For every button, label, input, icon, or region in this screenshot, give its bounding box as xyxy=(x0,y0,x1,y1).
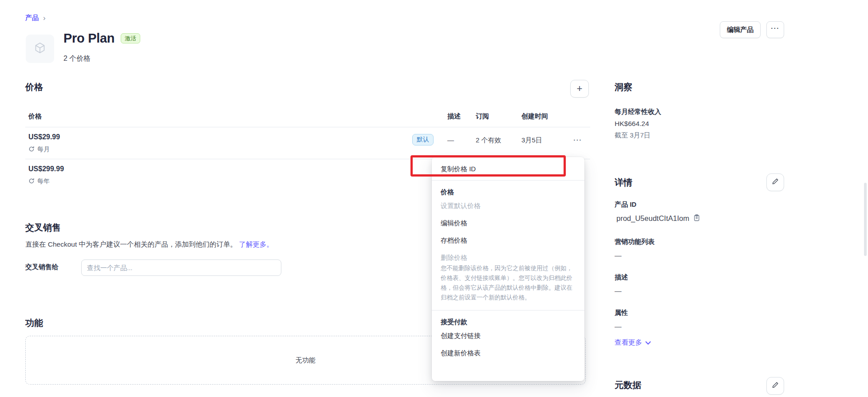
menu-divider xyxy=(432,310,584,311)
menu-group-price: 价格 xyxy=(432,183,584,197)
column-header-description: 描述 xyxy=(447,112,461,121)
prices-section-title: 价格 xyxy=(25,81,43,93)
breadcrumb-products-link[interactable]: 产品 xyxy=(25,14,39,22)
breadcrumb: 产品 › xyxy=(25,14,46,22)
product-thumbnail xyxy=(26,35,54,63)
metadata-section-title: 元数据 xyxy=(615,379,641,391)
features-empty-text: 无功能 xyxy=(296,356,316,365)
package-icon xyxy=(33,41,47,56)
edit-product-button[interactable]: 编辑产品 xyxy=(720,21,761,38)
product-search-input[interactable] xyxy=(81,259,281,276)
price-count: 2 个价格 xyxy=(63,54,91,63)
edit-metadata-button[interactable] xyxy=(766,377,784,395)
delete-price-note: 您不能删除该价格，因为它之前被使用过（例如，价格表、支付链接或账单）。您可以改为… xyxy=(432,262,584,308)
description-value: — xyxy=(615,287,622,295)
learn-more-link[interactable]: 了解更多。 xyxy=(239,240,273,248)
product-detail-page: 产品 › Pro Plan 激活 2 个价格 编辑产品 ··· 价格 + 价格 … xyxy=(0,0,868,397)
menu-item-copy-price-id[interactable]: 复制价格 ID xyxy=(432,161,584,178)
default-badge: 默认 xyxy=(412,134,434,145)
details-section-title: 详情 xyxy=(615,177,632,189)
product-id-label: 产品 ID xyxy=(615,200,636,209)
product-id-value: prod_U5eudtCItA1Iom xyxy=(616,214,689,223)
pencil-icon xyxy=(772,381,779,390)
marketing-features-label: 营销功能列表 xyxy=(615,238,655,246)
product-overflow-button[interactable]: ··· xyxy=(766,21,784,38)
row-overflow-button[interactable]: ··· xyxy=(568,132,588,149)
description-label: 描述 xyxy=(615,273,628,282)
insights-section-title: 洞察 xyxy=(615,81,632,93)
page-title: Pro Plan xyxy=(63,31,114,46)
cell-description: — xyxy=(447,136,454,144)
column-header-price: 价格 xyxy=(28,112,42,121)
menu-item-create-pricing-table[interactable]: 创建新价格表 xyxy=(432,345,584,362)
column-header-subscription: 订阅 xyxy=(476,112,489,121)
price-amount: US$29.99 xyxy=(28,133,60,141)
product-id-row[interactable]: prod_U5eudtCItA1Iom xyxy=(616,214,700,223)
edit-details-button[interactable] xyxy=(766,173,784,191)
add-price-button[interactable]: + xyxy=(570,80,589,98)
menu-item-edit-price[interactable]: 编辑价格 xyxy=(432,215,584,232)
chevron-right-icon: › xyxy=(43,14,46,22)
price-interval: 每年 xyxy=(28,177,50,185)
price-interval: 每月 xyxy=(28,145,50,153)
menu-item-archive-price[interactable]: 存档价格 xyxy=(432,232,584,249)
plus-icon: + xyxy=(577,83,583,94)
attributes-value: — xyxy=(615,322,622,330)
cross-sell-description: 直接在 Checkout 中为客户建议一个相关的产品，添加到他们的订单。 了解更… xyxy=(25,240,273,249)
cross-sell-field-label: 交叉销售给 xyxy=(25,263,59,271)
see-more-link[interactable]: 查看更多 xyxy=(615,338,651,347)
status-badge-active: 激活 xyxy=(121,33,140,44)
price-amount: US$299.99 xyxy=(28,165,64,173)
ellipsis-icon: ··· xyxy=(771,28,780,31)
chevron-down-icon xyxy=(645,339,651,347)
mrr-value: HK$664.24 xyxy=(615,120,649,128)
pencil-icon xyxy=(772,178,779,187)
clipboard-copy-icon[interactable] xyxy=(693,214,700,223)
recurring-icon xyxy=(28,146,35,153)
marketing-features-value: — xyxy=(615,252,622,259)
cross-sell-section-title: 交叉销售 xyxy=(25,222,61,234)
recurring-icon xyxy=(28,178,35,185)
menu-item-delete-price: 删除价格 xyxy=(432,249,584,262)
mrr-as-of: 截至 3月7日 xyxy=(615,131,651,140)
menu-divider xyxy=(432,180,584,181)
attributes-label: 属性 xyxy=(615,309,628,317)
menu-item-create-payment-link[interactable]: 创建支付链接 xyxy=(432,327,584,345)
menu-group-payments: 接受付款 xyxy=(432,313,584,327)
cell-subscription: 2 个有效 xyxy=(476,136,501,145)
features-section-title: 功能 xyxy=(25,317,43,329)
prices-table-header: 价格 描述 订阅 创建时间 xyxy=(25,109,590,127)
cell-created: 3月5日 xyxy=(521,136,542,145)
product-title-row: Pro Plan 激活 xyxy=(63,31,140,46)
menu-item-set-default-price: 设置默认价格 xyxy=(432,197,584,215)
mrr-label: 每月经常性收入 xyxy=(615,108,661,116)
table-row-price-monthly[interactable]: US$29.99 每月 默认 — 2 个有效 3月5日 ··· xyxy=(25,127,590,159)
column-header-created: 创建时间 xyxy=(521,112,548,121)
vertical-scrollbar[interactable] xyxy=(864,183,867,256)
price-context-menu: 复制价格 ID 价格 设置默认价格 编辑价格 存档价格 删除价格 您不能删除该价… xyxy=(432,157,584,381)
